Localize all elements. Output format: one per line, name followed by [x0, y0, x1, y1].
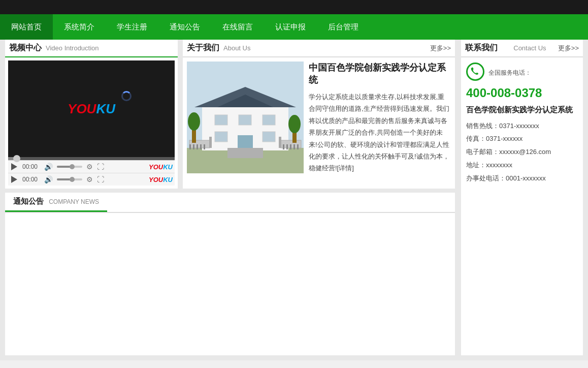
- nav-cert[interactable]: 认证申报: [264, 14, 317, 40]
- volume-slider-1[interactable]: [57, 166, 82, 168]
- phone-number: 400-008-0378: [466, 86, 578, 100]
- left-column: 视频中心 Video Introduction YOUKU: [5, 40, 455, 355]
- about-description: 学分认定系统走以质量求生存,以科技求发展,重合同守信用的道路,生产经营得到迅速发…: [309, 91, 451, 174]
- svg-point-27: [188, 112, 200, 131]
- sales-hotline: 销售热线：0371-xxxxxxx: [466, 121, 578, 132]
- time-display-2: 00:00: [22, 176, 40, 183]
- about-header: 关于我们 About Us 更多>>: [183, 40, 455, 57]
- volume-thumb-1[interactable]: [70, 164, 75, 169]
- main-nav: 网站首页 系统简介 学生注册 通知公告 在线留言 认证申报 后台管理: [0, 14, 588, 40]
- volume-fill-1: [57, 166, 71, 168]
- top-bar: [0, 0, 588, 14]
- video-progress-bar[interactable]: [8, 157, 175, 160]
- svg-rect-24: [297, 144, 299, 149]
- youku-logo: YOUKU: [68, 101, 115, 117]
- about-title-zh: 关于我们: [187, 43, 219, 53]
- play-button-1[interactable]: [10, 163, 18, 171]
- svg-rect-14: [279, 137, 281, 148]
- about-section: 关于我们 About Us 更多>>: [183, 40, 455, 189]
- news-title-zh: 通知公告: [13, 197, 44, 205]
- play-icon-2: [11, 176, 17, 183]
- svg-rect-15: [189, 144, 191, 149]
- nav-admin[interactable]: 后台管理: [317, 14, 370, 40]
- video-controls-2: 00:00 🔊 ⚙ ⛶ YOUKU: [8, 173, 175, 186]
- contact-header: 联系我们 Contact Us 更多>>: [461, 40, 583, 57]
- play-button-2[interactable]: [10, 175, 18, 183]
- fullscreen-icon-1[interactable]: ⛶: [97, 163, 104, 171]
- svg-rect-6: [239, 115, 251, 125]
- top-row: 视频中心 Video Introduction YOUKU: [5, 40, 455, 189]
- about-title-en: About Us: [223, 44, 250, 52]
- service-label: 全国服务电话：: [488, 69, 531, 77]
- about-text-area: 中国百色学院创新实践学分认定系统 学分认定系统走以质量求生存,以科技求发展,重合…: [309, 62, 451, 174]
- about-image: [187, 62, 304, 173]
- bottom-row: 通知公告 COMPANY NEWS: [5, 193, 455, 355]
- contact-section: 联系我们 Contact Us 更多>> 全国服务电话： 400-008-037…: [461, 40, 583, 355]
- video-title-en: Video Introduction: [46, 44, 99, 52]
- volume-slider-2[interactable]: [57, 178, 82, 180]
- phone-icon: [470, 67, 480, 77]
- svg-rect-22: [290, 144, 291, 149]
- video-header: 视频中心 Video Introduction: [5, 40, 178, 57]
- news-section: 通知公告 COMPANY NEWS: [5, 193, 455, 355]
- settings-icon-1[interactable]: ⚙: [86, 163, 93, 171]
- progress-dot[interactable]: [13, 155, 20, 162]
- video-controls-1: 00:00 🔊 ⚙ ⛶ YOUKU: [8, 160, 175, 173]
- main-content: 视频中心 Video Introduction YOUKU: [0, 40, 588, 360]
- nav-register[interactable]: 学生注册: [106, 14, 158, 40]
- nav-message[interactable]: 在线留言: [211, 14, 264, 40]
- phone-icon-circle: [466, 63, 484, 81]
- news-title-en: COMPANY NEWS: [49, 198, 99, 205]
- video-section: 视频中心 Video Introduction YOUKU: [5, 40, 178, 189]
- contact-content: 全国服务电话： 400-008-0378 百色学院创新实践学分认定系统 销售热线…: [461, 57, 583, 191]
- svg-rect-18: [200, 144, 202, 149]
- svg-rect-9: [263, 132, 275, 142]
- nav-notice[interactable]: 通知公告: [158, 14, 211, 40]
- svg-rect-20: [283, 144, 284, 149]
- svg-rect-16: [193, 144, 194, 149]
- contact-title-zh: 联系我们: [465, 43, 498, 53]
- volume-thumb-2[interactable]: [70, 177, 75, 182]
- video-player[interactable]: YOUKU: [8, 60, 175, 157]
- news-header: 通知公告 COMPANY NEWS: [5, 193, 455, 213]
- about-heading: 中国百色学院创新实践学分认定系统: [309, 62, 451, 86]
- fax: 传真：0371-xxxxxx: [466, 134, 578, 144]
- contact-title-en: Contact Us: [513, 44, 546, 52]
- youku-small-logo-2: YOUKU: [149, 176, 173, 183]
- video-container: YOUKU 00:00 🔊: [5, 57, 178, 189]
- svg-rect-8: [215, 132, 227, 142]
- about-more-link[interactable]: 更多>>: [430, 44, 451, 53]
- svg-rect-23: [293, 144, 295, 149]
- phone-row: 全国服务电话：: [466, 63, 578, 83]
- company-name-contact: 百色学院创新实践学分认定系统: [466, 104, 578, 116]
- svg-rect-13: [209, 137, 212, 148]
- about-content: 中国百色学院创新实践学分认定系统 学分认定系统走以质量求生存,以科技求发展,重合…: [183, 57, 455, 178]
- svg-point-29: [288, 115, 301, 133]
- contact-more-link[interactable]: 更多>>: [558, 44, 579, 53]
- video-title-zh: 视频中心: [9, 43, 42, 53]
- svg-rect-5: [215, 115, 227, 125]
- news-content: [5, 213, 455, 355]
- email: 电子邮箱：xxxxxx@126.com: [466, 147, 578, 158]
- settings-icon-2[interactable]: ⚙: [86, 175, 93, 183]
- svg-rect-21: [286, 144, 288, 149]
- svg-rect-25: [227, 148, 263, 158]
- fullscreen-icon-2[interactable]: ⛶: [97, 175, 104, 183]
- svg-rect-7: [263, 115, 275, 125]
- nav-home[interactable]: 网站首页: [0, 14, 53, 40]
- volume-icon-1[interactable]: 🔊: [44, 163, 53, 171]
- news-tab[interactable]: 通知公告 COMPANY NEWS: [5, 193, 107, 212]
- other-phone: 办事处电话：0001-xxxxxxx: [466, 173, 578, 184]
- loading-spinner: [121, 91, 132, 101]
- svg-rect-19: [204, 144, 205, 149]
- volume-icon-2[interactable]: 🔊: [44, 175, 53, 183]
- svg-rect-17: [197, 144, 198, 149]
- play-icon-1: [11, 163, 17, 170]
- youku-small-logo-1: YOUKU: [149, 163, 173, 171]
- volume-fill-2: [57, 178, 71, 180]
- nav-intro[interactable]: 系统简介: [53, 14, 106, 40]
- time-display-1: 00:00: [22, 163, 40, 170]
- address: 地址：xxxxxxxx: [466, 160, 578, 171]
